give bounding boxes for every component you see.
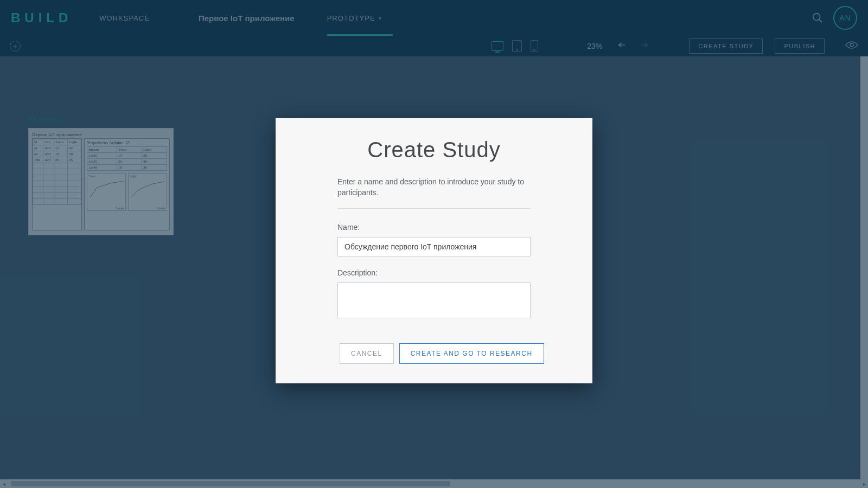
description-label: Description: (337, 268, 531, 277)
name-label: Name: (337, 223, 531, 232)
modal-title: Create Study (276, 138, 592, 162)
modal-intro-text: Enter a name and description to introduc… (337, 176, 531, 198)
create-and-go-button[interactable]: CREATE AND GO TO RESEARCH (399, 343, 544, 364)
cancel-button[interactable]: CANCEL (340, 343, 394, 364)
study-description-input[interactable] (337, 282, 531, 318)
create-study-modal: Create Study Enter a name and descriptio… (276, 118, 592, 383)
divider (337, 208, 531, 209)
study-name-input[interactable] (337, 237, 531, 256)
